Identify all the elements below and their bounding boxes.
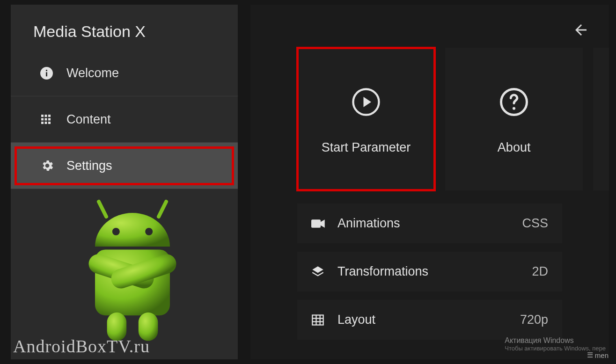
svg-rect-2 xyxy=(46,70,47,71)
menu-hint-text: men xyxy=(595,351,609,359)
play-circle-icon xyxy=(347,83,385,121)
question-circle-icon xyxy=(495,83,533,121)
row-animations[interactable]: Animations CSS xyxy=(297,204,562,243)
svg-line-13 xyxy=(159,202,166,217)
info-icon xyxy=(40,67,66,80)
gear-icon xyxy=(40,159,66,173)
svg-point-14 xyxy=(112,228,120,235)
android-mascot xyxy=(55,194,210,344)
menu-hint: ☰ men xyxy=(587,351,609,359)
tile-next-partial[interactable] xyxy=(593,48,609,190)
layout-grid-icon xyxy=(311,313,337,327)
tile-label: Start Parameter xyxy=(322,140,411,155)
sidebar-item-welcome[interactable]: Welcome xyxy=(11,50,238,96)
layers-icon xyxy=(311,265,337,278)
svg-rect-8 xyxy=(48,118,51,121)
sidebar-title: Media Station X xyxy=(11,5,238,41)
sidebar: Media Station X Welcome Content Settings xyxy=(11,5,238,359)
sidebar-item-label: Welcome xyxy=(66,66,119,80)
row-transformations[interactable]: Transformations 2D xyxy=(297,252,562,291)
settings-rows: Animations CSS Transformations 2D Layout… xyxy=(297,204,562,340)
row-label: Animations xyxy=(337,216,522,231)
main-panel: Start Parameter About Animations CSS xyxy=(250,5,609,359)
row-label: Layout xyxy=(337,313,520,327)
sidebar-item-settings[interactable]: Settings xyxy=(11,143,238,189)
watermark-text: AndroidBoxTV.ru xyxy=(13,336,150,357)
row-value: 720p xyxy=(520,313,548,327)
row-layout[interactable]: Layout 720p xyxy=(297,300,562,340)
row-value: CSS xyxy=(522,216,548,231)
svg-rect-25 xyxy=(312,315,323,325)
grid-icon xyxy=(40,114,66,125)
svg-rect-4 xyxy=(45,115,47,117)
windows-activation-notice: Активация Windows Чтобы активировать Win… xyxy=(505,336,606,352)
camera-icon xyxy=(311,218,337,229)
svg-rect-24 xyxy=(311,219,321,228)
back-arrow-icon[interactable] xyxy=(572,22,589,40)
row-label: Transformations xyxy=(337,264,532,279)
tile-start-parameter[interactable]: Start Parameter xyxy=(297,48,435,190)
svg-rect-5 xyxy=(48,115,51,117)
svg-rect-1 xyxy=(46,72,47,76)
activation-line1: Активация Windows xyxy=(505,336,606,345)
svg-rect-6 xyxy=(41,118,44,121)
sidebar-nav: Welcome Content Settings xyxy=(11,50,238,189)
svg-line-12 xyxy=(99,202,106,217)
tile-row: Start Parameter About xyxy=(297,48,609,190)
svg-rect-7 xyxy=(45,118,47,121)
sidebar-item-label: Settings xyxy=(66,159,112,173)
svg-rect-9 xyxy=(41,122,44,124)
svg-rect-10 xyxy=(45,122,47,124)
tile-label: About xyxy=(498,140,531,155)
svg-rect-11 xyxy=(48,122,51,124)
sidebar-item-content[interactable]: Content xyxy=(11,96,238,143)
row-value: 2D xyxy=(532,264,548,279)
tile-about[interactable]: About xyxy=(445,48,583,190)
hamburger-icon: ☰ xyxy=(587,351,593,359)
svg-rect-3 xyxy=(41,115,44,117)
svg-point-15 xyxy=(145,228,153,235)
sidebar-item-label: Content xyxy=(66,112,111,127)
svg-point-23 xyxy=(513,107,515,110)
